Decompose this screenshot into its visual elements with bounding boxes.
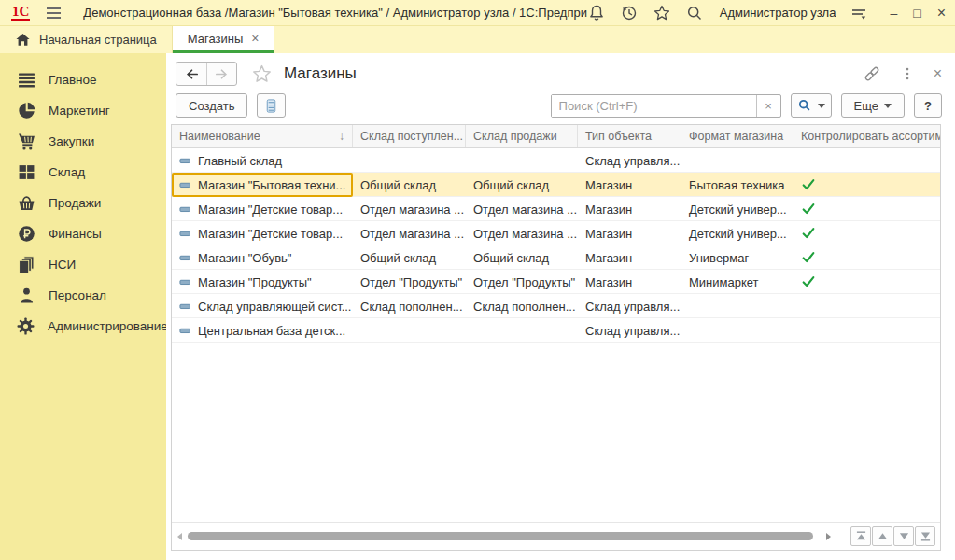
cell-store-format[interactable]: Детский универ... xyxy=(681,197,793,221)
tab-close-icon[interactable]: × xyxy=(251,32,259,45)
cell-control-assortment[interactable] xyxy=(793,148,940,173)
cell-store-format[interactable] xyxy=(681,318,793,343)
cell-store-format[interactable]: Детский универ... xyxy=(681,221,793,245)
favorite-star-icon[interactable] xyxy=(251,63,273,85)
row-up-button[interactable] xyxy=(872,526,892,546)
history-icon[interactable] xyxy=(620,4,639,22)
cell-name[interactable]: Магазин "Детские товар... xyxy=(172,221,353,245)
table-row[interactable]: Магазин "Обувь"Общий складОбщий складМаг… xyxy=(172,245,940,270)
sidebar-item-zakupki[interactable]: Закупки xyxy=(0,126,166,157)
cell-sale-warehouse[interactable]: Общий склад xyxy=(466,173,578,197)
cell-control-assortment[interactable] xyxy=(793,245,940,270)
go-first-row-button[interactable] xyxy=(850,526,871,546)
scroll-left-icon[interactable] xyxy=(177,533,182,540)
cell-store-format[interactable] xyxy=(681,294,793,318)
cell-name[interactable]: Магазин "Детские товар... xyxy=(172,197,353,221)
search-input[interactable] xyxy=(552,95,756,117)
sidebar-item-marketing[interactable]: Маркетинг xyxy=(0,95,166,126)
cell-control-assortment[interactable] xyxy=(793,197,940,221)
cell-control-assortment[interactable] xyxy=(793,294,940,318)
create-button[interactable]: Создать xyxy=(176,93,247,118)
cell-object-type[interactable]: Склад управля... xyxy=(578,294,681,318)
cell-store-format[interactable]: Бытовая техника xyxy=(681,173,793,197)
get-link-icon[interactable] xyxy=(864,65,881,83)
column-header[interactable]: Склад поступлен... xyxy=(353,125,466,147)
cell-object-type[interactable]: Склад управля... xyxy=(578,148,681,173)
cell-receipt-warehouse[interactable]: Общий склад xyxy=(353,245,466,270)
tab-home[interactable]: Начальная страница xyxy=(0,26,173,53)
cell-sale-warehouse[interactable] xyxy=(466,318,578,343)
sidebar-item-prodazhi[interactable]: Продажи xyxy=(0,188,166,218)
cell-object-type[interactable]: Магазин xyxy=(578,245,681,270)
create-group-button[interactable] xyxy=(257,93,286,118)
sidebar-item-administrirovanie[interactable]: Администрирование xyxy=(0,311,166,342)
cell-store-format[interactable]: Минимаркет xyxy=(681,270,793,294)
cell-store-format[interactable]: Универмаг xyxy=(681,245,793,270)
cell-receipt-warehouse[interactable]: Склад пополнен... xyxy=(353,294,466,318)
sidebar-item-personal[interactable]: Персонал xyxy=(0,280,166,311)
more-button[interactable]: Еще xyxy=(841,93,905,118)
table-row[interactable]: Склад управляющей сист...Склад пополнен.… xyxy=(172,294,940,318)
service-settings-icon[interactable] xyxy=(850,4,868,22)
tab-magaziny[interactable]: Магазины × xyxy=(173,26,275,53)
cell-object-type[interactable]: Склад управля... xyxy=(578,318,681,343)
cell-receipt-warehouse[interactable]: Отдел магазина ... xyxy=(353,197,466,221)
search-button[interactable] xyxy=(791,93,832,118)
cell-name[interactable]: Центральная база детск... xyxy=(172,318,353,343)
favorites-star-icon[interactable] xyxy=(653,4,671,22)
scroll-right-icon[interactable] xyxy=(826,533,831,540)
sidebar-item-sklad[interactable]: Склад xyxy=(0,157,166,188)
close-window-button[interactable]: × xyxy=(937,6,946,21)
maximize-button[interactable]: □ xyxy=(913,7,920,20)
minimize-button[interactable]: – xyxy=(890,7,897,20)
cell-control-assortment[interactable] xyxy=(793,221,940,245)
cell-sale-warehouse[interactable]: Общий склад xyxy=(466,245,578,270)
table-row[interactable]: Магазин "Детские товар...Отдел магазина … xyxy=(172,221,940,245)
column-header[interactable]: Наименование↓ xyxy=(172,125,353,147)
cell-object-type[interactable]: Магазин xyxy=(578,270,681,294)
cell-receipt-warehouse[interactable] xyxy=(353,148,466,173)
cell-sale-warehouse[interactable] xyxy=(466,148,578,173)
cell-object-type[interactable]: Магазин xyxy=(578,221,681,245)
sidebar-item-glavnoe[interactable]: Главное xyxy=(0,64,166,95)
cell-store-format[interactable] xyxy=(681,148,793,173)
column-header[interactable]: Тип объекта xyxy=(578,125,681,147)
sidebar-item-nsi[interactable]: НСИ xyxy=(0,249,166,280)
help-button[interactable]: ? xyxy=(914,93,942,118)
row-down-button[interactable] xyxy=(893,526,914,546)
column-header[interactable]: Склад продажи xyxy=(466,125,578,147)
cell-receipt-warehouse[interactable]: Отдел "Продукты" xyxy=(353,270,466,294)
scrollbar-thumb[interactable] xyxy=(188,532,813,540)
notifications-bell-icon[interactable] xyxy=(587,4,606,22)
cell-object-type[interactable]: Магазин xyxy=(578,197,681,221)
cell-sale-warehouse[interactable]: Отдел "Продукты" xyxy=(466,270,578,294)
cell-control-assortment[interactable] xyxy=(793,270,940,294)
cell-sale-warehouse[interactable]: Склад пополнен... xyxy=(466,294,578,318)
more-dots-icon[interactable] xyxy=(900,66,915,81)
cell-name[interactable]: Магазин "Бытовая техни... xyxy=(172,173,353,197)
table-row[interactable]: Магазин "Детские товар...Отдел магазина … xyxy=(172,197,940,221)
column-header[interactable]: Контролировать ассортиме xyxy=(793,125,940,147)
search-clear-icon[interactable]: × xyxy=(756,95,780,117)
table-row[interactable]: Магазин "Продукты"Отдел "Продукты"Отдел … xyxy=(172,270,940,294)
cell-receipt-warehouse[interactable]: Общий склад xyxy=(353,173,466,197)
global-search-icon[interactable] xyxy=(685,4,704,22)
table-row[interactable]: Центральная база детск...Склад управля..… xyxy=(172,318,940,343)
forward-button[interactable] xyxy=(206,63,236,85)
back-button[interactable] xyxy=(176,63,206,85)
table-row[interactable]: Магазин "Бытовая техни...Общий складОбщи… xyxy=(172,173,940,197)
current-user[interactable]: Администратор узла xyxy=(720,6,836,20)
main-menu-icon[interactable] xyxy=(47,7,61,19)
cell-name[interactable]: Магазин "Обувь" xyxy=(172,245,353,270)
cell-control-assortment[interactable] xyxy=(793,173,940,197)
sidebar-item-finansy[interactable]: Финансы xyxy=(0,218,166,249)
cell-receipt-warehouse[interactable]: Отдел магазина ... xyxy=(353,221,466,245)
cell-sale-warehouse[interactable]: Отдел магазина ... xyxy=(466,197,578,221)
close-form-button[interactable]: × xyxy=(934,66,942,81)
cell-name[interactable]: Склад управляющей сист... xyxy=(172,294,353,318)
cell-control-assortment[interactable] xyxy=(793,318,940,343)
go-last-row-button[interactable] xyxy=(915,526,935,546)
column-header[interactable]: Формат магазина xyxy=(681,125,793,147)
cell-receipt-warehouse[interactable] xyxy=(353,318,466,343)
cell-name[interactable]: Главный склад xyxy=(172,148,353,173)
